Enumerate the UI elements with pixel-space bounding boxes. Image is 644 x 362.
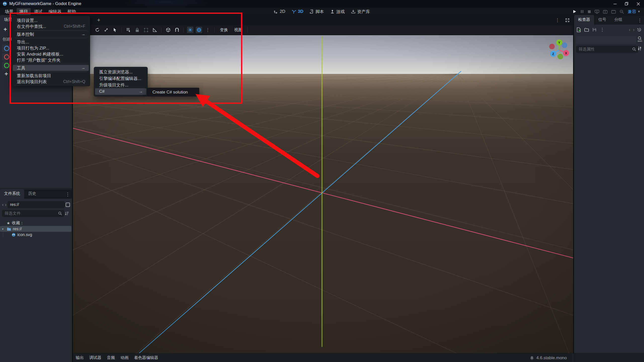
rotate-tool-icon[interactable] [94,27,101,33]
history-back-icon[interactable]: ‹ [629,27,630,32]
history-forward-icon[interactable]: › [633,27,634,32]
split-view-icon[interactable] [66,203,70,207]
group-icon[interactable] [143,27,149,33]
tab-game[interactable]: 游戏 [331,9,345,15]
menu-item[interactable]: 引擎编译配置编辑器... [95,75,146,82]
tab-signals[interactable]: 信号 [594,15,610,25]
tree-row-iconsvg[interactable]: icon.svg [0,232,72,238]
tab-animation[interactable]: 动画 [118,355,131,360]
stop-button[interactable] [588,10,591,13]
menu-editor[interactable]: 编辑器 [46,8,64,15]
back-icon[interactable]: ‹ [2,202,4,207]
menu-separator [15,38,87,38]
new-scene-tab-icon[interactable]: + [97,17,100,23]
snap-magnet-icon[interactable] [174,27,180,33]
csharp-submenu-popup: Create C# solution [147,88,199,97]
scale-tool-icon[interactable] [103,27,109,33]
save-icon[interactable] [592,28,596,32]
menu-item-label: 项目打包为 ZIP... [17,45,49,51]
menu-item[interactable]: 退出到项目列表Ctrl+Shift+Q [13,79,89,85]
preview-sun-toggle[interactable] [187,27,193,33]
sun-env-settings-kebab-icon[interactable]: ⋮ [205,27,211,33]
menu-scene[interactable]: 场景 [2,8,16,15]
movie-maker-button[interactable] [611,10,616,14]
menu-item[interactable]: 在文件中查找...Ctrl+Shift+F [13,23,89,29]
resource-kebab-icon[interactable]: ⋮ [600,27,605,32]
version-label[interactable]: 4.6.stable.mono [536,355,567,360]
menu-project[interactable]: 项目 [17,8,31,15]
tab-output[interactable]: 输出 [73,355,87,360]
menu-debug[interactable]: 调试 [31,8,45,15]
menu-item[interactable]: 打开 “用户数据” 文件夹 [13,57,89,63]
menu-item[interactable]: 安装 Android 构建模板... [13,51,89,57]
extra-settings-sliders-icon[interactable] [637,46,642,51]
menu-help[interactable]: 帮助 [65,8,79,15]
close-button[interactable] [632,0,644,8]
tab-assetlib[interactable]: 资产库 [351,9,370,15]
menu-item[interactable]: 版本控制→ [13,31,89,37]
menu-item[interactable]: 项目打包为 ZIP... [13,45,89,51]
menu-item[interactable]: Create C# solution [148,88,198,96]
restore-button[interactable] [621,0,632,8]
renderer-dropdown[interactable]: 兼容 ▼ [628,9,640,15]
3d-icon [292,10,296,14]
godot-logo-icon [3,2,7,6]
menu-item[interactable]: C#→ [95,88,146,95]
menu-item[interactable]: 工具→ [13,65,89,71]
local-space-icon[interactable] [165,27,171,33]
tab-audio[interactable]: 音频 [104,355,118,360]
lock-icon[interactable] [134,27,140,33]
tab-shader-editor[interactable]: 着色器编辑器 [131,355,161,360]
tab-history[interactable]: 历史 [24,189,40,199]
notification-bell-icon[interactable] [530,356,534,360]
minimize-button[interactable] [609,0,621,8]
play-custom-scene-button[interactable] [603,10,608,14]
menu-item[interactable]: 升级项目文件... [95,82,146,88]
2d-scene-icon [4,46,9,51]
view-menu[interactable]: 视图 [232,27,244,33]
gizmo-neg-y-ball[interactable] [557,54,563,59]
tab-inspector[interactable]: 检查器 [574,15,594,25]
menu-item[interactable]: 孤立资源浏览器... [95,69,146,75]
tab-filesystem[interactable]: 文件系统 [0,189,24,199]
selection-list-icon[interactable] [125,27,132,33]
chevron-down-icon: ▼ [637,10,640,13]
load-resource-folder-icon[interactable] [584,28,589,32]
viewport-3d-render[interactable]: Y X Z [73,35,573,353]
gizmo-neg-z-ball[interactable] [562,42,567,48]
tab-3d[interactable]: 3D [292,9,303,14]
history-icon[interactable] [637,27,641,32]
menu-item[interactable]: 重新加载当前项目 [13,73,89,79]
path-input[interactable] [8,201,65,208]
tree-row-res[interactable]: ▾ res:// [0,226,71,232]
scene-tabs-kebab-icon[interactable]: ⋮ [555,17,560,23]
menu-item[interactable]: 项目设置... [13,17,89,23]
expand-viewport-icon[interactable] [565,17,570,23]
select-tool-icon[interactable] [112,27,118,33]
ruler-icon[interactable] [151,27,158,33]
pause-button[interactable] [580,10,584,13]
3d-scene-icon [4,54,9,60]
new-resource-icon[interactable] [577,27,581,32]
menu-item[interactable]: 导出... [13,39,89,45]
tab-groups[interactable]: 分组 [610,15,626,25]
profiler-icon[interactable] [620,10,624,14]
tab-debugger[interactable]: 调试器 [87,355,104,360]
kebab-menu-icon[interactable]: ⋮ [65,192,70,197]
play-button[interactable] [573,10,577,14]
transform-menu[interactable]: 变换 [218,27,230,33]
sort-icon[interactable] [64,212,70,215]
play-scene-button[interactable] [595,10,599,14]
search-help-doc-icon[interactable]: DOC [637,36,642,42]
chevron-expanded-icon[interactable]: ▾ [2,227,5,231]
gizmo-neg-x-ball[interactable] [549,44,555,49]
forward-icon[interactable]: › [5,202,7,207]
tab-2d[interactable]: 2D [274,9,285,14]
preview-environment-toggle[interactable] [196,27,202,33]
add-node-icon[interactable]: + [2,26,9,33]
node-name-field[interactable] [576,36,636,44]
filter-properties-input[interactable] [576,46,638,53]
tab-script[interactable]: 脚本 [310,9,324,15]
kebab-menu-icon[interactable]: ⋮ [637,18,642,23]
filter-files-input[interactable] [2,210,64,217]
